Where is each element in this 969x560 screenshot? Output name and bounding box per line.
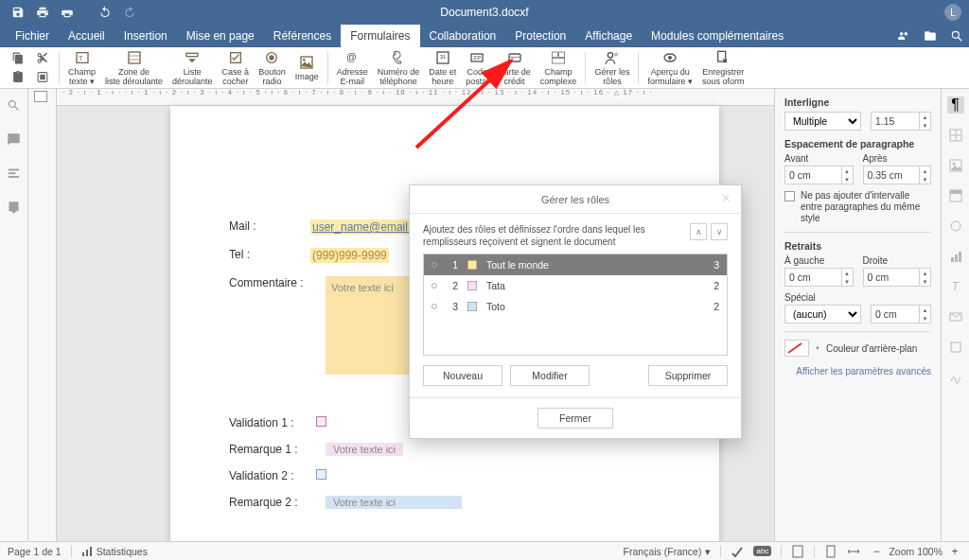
delete-button[interactable]: Supprimer: [648, 365, 728, 386]
search-icon[interactable]: [6, 96, 23, 114]
new-button[interactable]: Nouveau: [423, 365, 502, 386]
page-status[interactable]: Page 1 de 1: [8, 546, 62, 557]
ribbon-bouton-radio[interactable]: Bouton radio: [254, 49, 291, 86]
svg-rect-50: [90, 547, 92, 556]
image-tab-icon[interactable]: [947, 157, 964, 174]
line-spacing-value[interactable]: 1.15▲▼: [871, 112, 931, 131]
ribbon-gérer-les-rôles[interactable]: Gérer les rôles: [590, 49, 634, 86]
headings-icon[interactable]: [6, 165, 23, 182]
role-row[interactable]: 1Tout le monde3: [424, 254, 727, 275]
menu-modules-complémentaires[interactable]: Modules complémentaires: [642, 25, 793, 47]
validation2-checkbox[interactable]: [316, 469, 326, 480]
ribbon-carte-de-crédit[interactable]: Carte de crédit: [493, 49, 536, 86]
remark2-field[interactable]: Votre texte ici: [326, 496, 462, 509]
indent-right-value[interactable]: 0 cm▲▼: [863, 268, 932, 287]
menu-insertion[interactable]: Insertion: [115, 25, 177, 47]
find-icon[interactable]: [948, 27, 965, 44]
cut-icon[interactable]: [34, 51, 51, 66]
ribbon-zone-de-liste-déroulante[interactable]: Zone de liste déroulante: [100, 49, 167, 86]
line-spacing-mode[interactable]: Multiple: [784, 112, 861, 131]
special-mode[interactable]: (aucun): [784, 305, 861, 324]
table-tab-icon[interactable]: [947, 127, 964, 144]
close-icon[interactable]: [720, 192, 733, 205]
advanced-link[interactable]: Afficher les paramètres avancés: [784, 366, 931, 376]
ribbon-champ-texte-[interactable]: TChamp texte ▾: [63, 49, 100, 86]
zoom-label[interactable]: Zoom 100%: [889, 546, 943, 557]
svg-text:@: @: [346, 51, 357, 62]
menu-affichage[interactable]: Affichage: [575, 25, 642, 47]
before-value[interactable]: 0 cm▲▼: [784, 166, 854, 184]
textart-tab-icon[interactable]: T: [947, 278, 964, 295]
move-down-button[interactable]: ∨: [711, 223, 728, 240]
menu-protection[interactable]: Protection: [505, 25, 575, 47]
ribbon-aperçu-du-formulaire-[interactable]: Aperçu du formulaire ▾: [643, 49, 697, 86]
open-location-icon[interactable]: [922, 27, 939, 44]
close-button[interactable]: Fermer: [537, 408, 613, 429]
svg-point-12: [270, 55, 274, 60]
bg-color-button[interactable]: [784, 340, 809, 357]
user-share-icon[interactable]: [895, 27, 912, 44]
menu-accueil[interactable]: Accueil: [59, 25, 115, 47]
fit-page-icon[interactable]: [824, 545, 837, 558]
menu-collaboration[interactable]: Collaboration: [420, 25, 506, 47]
docmode-icon[interactable]: [791, 545, 804, 558]
form-tab-icon[interactable]: [947, 339, 964, 356]
zoom-in-button[interactable]: +: [948, 545, 961, 558]
copy-icon[interactable]: [9, 51, 26, 66]
role-row[interactable]: 2Tata2: [424, 275, 727, 296]
comments-icon[interactable]: [6, 131, 23, 148]
remark1-field[interactable]: Votre texte ici: [326, 443, 403, 456]
after-value[interactable]: 0.35 cm▲▼: [863, 166, 932, 184]
move-up-button[interactable]: ∧: [690, 223, 707, 240]
no-spacing-checkbox[interactable]: Ne pas ajouter d'intervalle entre paragr…: [784, 190, 931, 224]
spellcheck-icon[interactable]: [731, 545, 744, 558]
chart-tab-icon[interactable]: [947, 248, 964, 265]
mailmerge-tab-icon[interactable]: [947, 308, 964, 325]
feedback-icon[interactable]: [6, 199, 23, 216]
menu-fichier[interactable]: Fichier: [6, 25, 59, 47]
ribbon-numéro-de-téléphone[interactable]: Numéro de téléphone: [373, 49, 425, 86]
tel-label: Tel :: [229, 248, 305, 261]
signature-tab-icon[interactable]: [947, 369, 964, 386]
language-button[interactable]: Français (France) ▾: [624, 546, 712, 557]
ribbon-liste-déroulante[interactable]: Liste déroulante: [167, 49, 218, 86]
menu-formulaires[interactable]: Formulaires: [341, 25, 419, 47]
validation2-label: Validation 2 :: [229, 469, 310, 482]
special-value[interactable]: 0 cm▲▼: [871, 305, 931, 324]
quickprint-icon[interactable]: [57, 2, 78, 23]
paste-icon[interactable]: [9, 70, 26, 85]
ribbon-champ-complexe[interactable]: Champ complexe: [536, 49, 582, 86]
paragraph-tab-icon[interactable]: ¶: [947, 96, 964, 114]
ribbon-adresse-e-mail[interactable]: @Adresse E-mail: [332, 49, 373, 86]
svg-point-14: [303, 59, 306, 61]
header-tab-icon[interactable]: [947, 187, 964, 204]
svg-rect-52: [827, 546, 835, 557]
menu-mise-en-page[interactable]: Mise en page: [177, 25, 264, 47]
ribbon-code-postal[interactable]: ZIPCode postal: [461, 49, 493, 86]
ribbon-date-et-heure[interactable]: 31Date et heure: [424, 49, 461, 86]
tab-marker[interactable]: [34, 91, 47, 102]
redo-icon[interactable]: [119, 2, 140, 23]
save-icon[interactable]: [8, 2, 28, 23]
roles-list[interactable]: 1Tout le monde32Tata23Toto2: [423, 254, 728, 356]
svg-rect-3: [40, 75, 44, 79]
selectall-icon[interactable]: [34, 70, 51, 85]
stats-button[interactable]: Statistiques: [81, 546, 148, 557]
zoom-out-button[interactable]: −: [870, 545, 883, 558]
indent-left-value[interactable]: 0 cm▲▼: [784, 268, 854, 287]
edit-button[interactable]: Modifier: [510, 365, 590, 386]
shape-tab-icon[interactable]: [947, 218, 964, 235]
fit-width-icon[interactable]: [847, 545, 860, 558]
ribbon-case-à-cocher[interactable]: Case à cocher: [218, 49, 255, 86]
tel-field[interactable]: (999)999-9999: [310, 248, 389, 263]
print-icon[interactable]: [32, 2, 53, 23]
svg-rect-23: [552, 52, 557, 57]
role-row[interactable]: 3Toto2: [424, 296, 727, 317]
tracking-icon[interactable]: abc: [753, 546, 771, 556]
ribbon-image[interactable]: Image: [291, 54, 324, 81]
validation1-checkbox[interactable]: [316, 416, 326, 427]
undo-icon[interactable]: [95, 2, 115, 23]
ribbon-enregistrer-sous-oform[interactable]: Enregistrer sous oform: [697, 49, 749, 86]
menu-références[interactable]: Références: [264, 25, 341, 47]
user-avatar[interactable]: L: [944, 4, 961, 21]
